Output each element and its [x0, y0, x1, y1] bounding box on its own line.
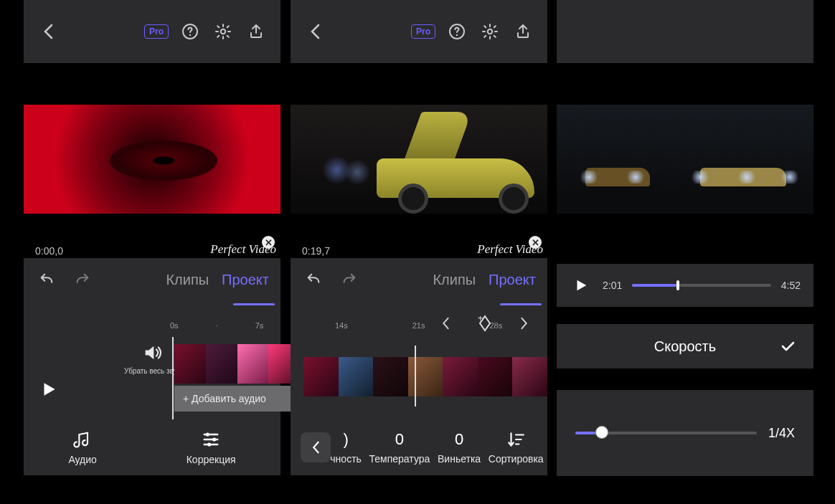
- clip-thumb[interactable]: [443, 357, 478, 396]
- back-button[interactable]: [37, 20, 60, 43]
- timeline[interactable]: [291, 330, 547, 416]
- tab-project[interactable]: Проект: [489, 272, 536, 288]
- svg-point-4: [212, 437, 216, 441]
- preview-content: [398, 184, 428, 214]
- redo-icon: [341, 272, 357, 287]
- help-button[interactable]: [179, 20, 202, 43]
- clip-thumb[interactable]: [478, 357, 513, 396]
- undo-button[interactable]: [35, 268, 58, 291]
- seek-fill: [632, 284, 676, 287]
- tick: 14s: [335, 321, 348, 330]
- export-button[interactable]: [511, 20, 534, 43]
- header: Pro: [24, 0, 280, 63]
- preview-content: [110, 141, 217, 181]
- tool-value: ): [343, 430, 348, 449]
- svg-point-1: [189, 34, 191, 36]
- playhead[interactable]: [172, 337, 174, 419]
- clip-thumb[interactable]: [237, 344, 269, 384]
- music-icon: [72, 429, 93, 450]
- export-button[interactable]: [245, 20, 268, 43]
- confirm-button[interactable]: [776, 335, 799, 358]
- clip-thumb[interactable]: [408, 357, 443, 396]
- back-button[interactable]: [303, 20, 326, 43]
- tool-brightness[interactable]: ) чность: [330, 430, 362, 465]
- svg-text:+: +: [478, 314, 483, 323]
- chevron-left-icon: [310, 24, 320, 39]
- video-track[interactable]: [174, 344, 300, 384]
- tick: 0s: [170, 321, 179, 330]
- preview-content: [499, 184, 529, 214]
- tool-correction[interactable]: Коррекция: [187, 429, 236, 465]
- playhead-time: 0:19,7: [302, 245, 330, 257]
- play-button[interactable]: [39, 380, 58, 399]
- remove-watermark-button[interactable]: ✕: [529, 236, 542, 249]
- play-icon: [573, 277, 589, 293]
- svg-point-3: [206, 432, 209, 436]
- clip-thumb[interactable]: [512, 357, 547, 396]
- tool-sort[interactable]: Сортировка: [489, 430, 544, 465]
- editor-lower: Клипы Проект + 14s 21s 28s: [291, 258, 547, 475]
- tool-label: Коррекция: [187, 454, 236, 465]
- preview-content: [736, 171, 758, 184]
- speed-slider[interactable]: [575, 432, 757, 434]
- tabs: Клипы Проект: [24, 258, 280, 301]
- svg-point-5: [207, 442, 211, 446]
- tabs: Клипы Проект: [291, 258, 547, 301]
- remove-watermark-button[interactable]: ✕: [262, 236, 275, 249]
- svg-point-8: [488, 29, 492, 34]
- tab-clips[interactable]: Клипы: [166, 272, 209, 288]
- speed-controls: 1/4X: [557, 390, 813, 476]
- sliders-icon: [201, 429, 221, 450]
- export-icon: [247, 23, 265, 40]
- undo-button[interactable]: [302, 268, 325, 291]
- tab-project[interactable]: Проект: [222, 272, 269, 288]
- tool-label: Сортировка: [489, 453, 544, 465]
- bottom-toolbar: ) чность 0 Температура 0 Виньетка Сортир…: [291, 419, 547, 475]
- speed-knob[interactable]: [595, 426, 608, 439]
- preview-content: [625, 171, 646, 184]
- tool-vignette[interactable]: 0 Виньетка: [438, 430, 481, 465]
- timestamp-row: 0:19,7 Perfect Video ✕: [291, 241, 547, 257]
- speed-fill: [575, 432, 595, 434]
- timestamp-row: 0:00,0 Perfect Video ✕: [24, 241, 280, 257]
- editor-lower: Клипы Проект 0s · 7s · Убрать весь звук: [24, 258, 280, 475]
- clip-thumb[interactable]: [303, 357, 339, 396]
- chevron-left-icon: [440, 316, 450, 331]
- clip-thumb[interactable]: [174, 344, 206, 384]
- current-time: 2:01: [603, 280, 622, 291]
- redo-button[interactable]: [338, 268, 361, 291]
- preview-content: [779, 171, 801, 184]
- pro-badge[interactable]: Pro: [144, 24, 169, 39]
- redo-icon: [75, 272, 90, 287]
- seek-knob[interactable]: [676, 280, 679, 290]
- tick: 21s: [412, 321, 425, 330]
- svg-point-2: [221, 29, 225, 34]
- play-icon: [39, 380, 58, 399]
- playback-bar: 2:01 4:52: [557, 264, 813, 307]
- speed-panel: 2:01 4:52 Скорость 1/4X: [557, 0, 813, 504]
- add-audio-button[interactable]: + Добавить аудио: [174, 386, 300, 412]
- clip-thumb[interactable]: [339, 357, 374, 396]
- tool-label: Виньетка: [438, 453, 481, 465]
- editor-panel-1: Pro 0:00,0 Perfect Video ✕ Клипы Проект: [24, 0, 280, 504]
- play-button[interactable]: [570, 274, 593, 297]
- tool-value: 0: [455, 430, 463, 449]
- pro-badge[interactable]: Pro: [411, 24, 435, 39]
- playhead[interactable]: [415, 346, 416, 406]
- header: Pro: [291, 0, 547, 63]
- timeline[interactable]: Убрать весь звук + Добавить аудио: [24, 330, 280, 416]
- preview-content: [689, 171, 711, 184]
- bottom-toolbar: Аудио Коррекция: [24, 419, 280, 475]
- settings-button[interactable]: [212, 20, 235, 43]
- settings-button[interactable]: [478, 20, 501, 43]
- tick-dot: ·: [216, 321, 218, 330]
- tool-temperature[interactable]: 0 Температура: [369, 430, 430, 465]
- seek-slider[interactable]: [632, 284, 771, 287]
- clip-thumb[interactable]: [206, 344, 237, 384]
- help-button[interactable]: [445, 20, 468, 43]
- tool-audio[interactable]: Аудио: [68, 429, 97, 465]
- tab-clips[interactable]: Клипы: [433, 272, 476, 288]
- clip-thumb[interactable]: [373, 357, 408, 396]
- redo-button[interactable]: [71, 268, 94, 291]
- video-track[interactable]: [303, 357, 547, 396]
